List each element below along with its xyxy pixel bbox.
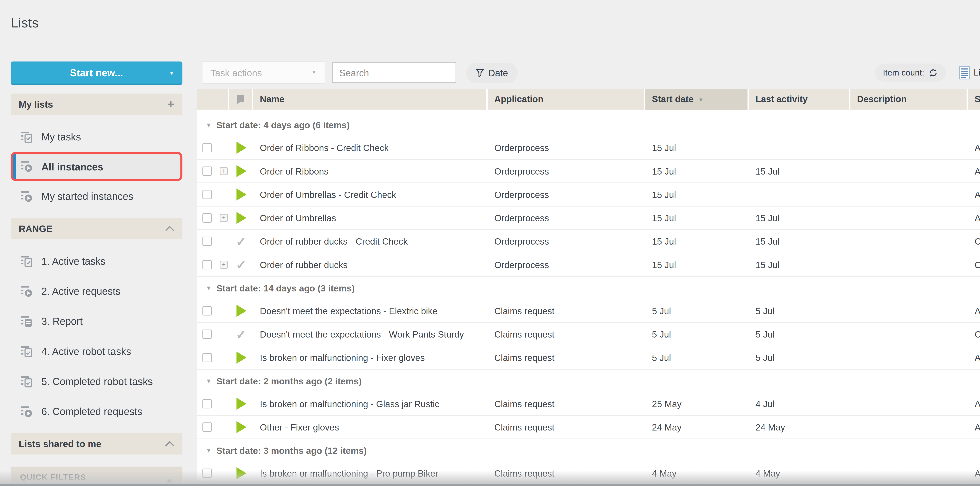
list-actions-button[interactable]: List actions ▼ [955, 65, 980, 80]
row-start-date: 15 Jul [645, 143, 749, 153]
row-checkbox[interactable] [202, 306, 212, 316]
table-row[interactable]: +✓Order of rubber ducksOrderprocess15 Ju… [197, 253, 980, 277]
header-status[interactable]: Status [968, 89, 980, 110]
expand-icon[interactable]: + [220, 261, 228, 269]
group-header-row[interactable]: ▼Start date: 4 days ago (6 items) [197, 113, 980, 136]
row-last-activity: 24 May [749, 422, 850, 432]
row-checkbox[interactable] [202, 422, 212, 432]
row-checkbox[interactable] [202, 353, 212, 362]
header-name[interactable]: Name [253, 89, 488, 110]
row-application: Claims request [488, 422, 645, 432]
chevron-up-icon[interactable] [165, 226, 175, 231]
row-start-date: 24 May [645, 422, 749, 432]
table-row[interactable]: Is broken or malfunctioning - Fixer glov… [197, 346, 980, 370]
row-checkbox[interactable] [202, 190, 212, 199]
row-checkbox[interactable] [202, 399, 212, 408]
group-collapse-icon[interactable]: ▼ [206, 378, 212, 384]
row-checkbox[interactable] [202, 236, 212, 246]
sidebar-item-2-active-requests[interactable]: 2. Active requests [11, 276, 183, 306]
search-input[interactable] [332, 62, 456, 83]
row-name[interactable]: Order of Umbrellas [253, 213, 488, 223]
table-row[interactable]: Doesn't meet the expectations - Elextric… [197, 300, 980, 323]
sidebar-item-6-completed-requests[interactable]: 6. Completed requests [11, 396, 183, 426]
row-name[interactable]: Order of Umbrellas - Credit Check [253, 190, 488, 199]
header-application[interactable]: Application [488, 89, 645, 110]
row-status: Active [968, 468, 980, 478]
group-header-row[interactable]: ▼Start date: 2 months ago (2 items) [197, 370, 980, 392]
active-play-icon [236, 212, 246, 224]
table-row[interactable]: Other - Fixer glovesClaims request24 May… [197, 416, 980, 439]
header-description[interactable]: Description [850, 89, 968, 110]
row-checkbox[interactable] [202, 330, 212, 339]
add-list-icon[interactable]: + [167, 98, 175, 110]
table-row[interactable]: Is broken or malfunctioning - Glass jar … [197, 392, 980, 416]
group-collapse-icon[interactable]: ▼ [206, 285, 212, 292]
chevron-up-icon[interactable] [165, 441, 175, 446]
sidebar-section-header[interactable]: My lists+ [11, 94, 183, 115]
active-play-icon [236, 188, 246, 201]
sidebar: Start new... ▼ My lists+My tasksAll inst… [11, 46, 183, 486]
row-name[interactable]: Is broken or malfunctioning - Fixer glov… [253, 353, 488, 363]
row-name[interactable]: Order of Ribbons [253, 166, 488, 176]
start-new-button[interactable]: Start new... ▼ [11, 62, 183, 85]
sidebar-section-title: RANGE [19, 223, 52, 234]
row-name[interactable]: Is broken or malfunctioning - Pro pump B… [253, 468, 488, 478]
row-name[interactable]: Order of rubber ducks - Credit Check [253, 236, 488, 246]
sidebar-section-header[interactable]: Lists shared to me [11, 433, 183, 454]
sidebar-item-1-active-tasks[interactable]: 1. Active tasks [11, 246, 183, 276]
row-name[interactable]: Other - Fixer gloves [253, 422, 488, 432]
instances-table: Name Application Start date ▼ Last activ… [197, 89, 980, 481]
sidebar-section-items: 1. Active tasks2. Active requests3. Repo… [11, 246, 183, 426]
header-select-column [197, 89, 229, 110]
date-filter-button[interactable]: Date [466, 62, 517, 83]
group-header-row[interactable]: ▼Start date: 3 months ago (12 items) [197, 439, 980, 462]
top-bar: Lists ? [0, 0, 980, 46]
sidebar-item-my-started-instances[interactable]: My started instances [11, 181, 183, 211]
row-name[interactable]: Order of rubber ducks [253, 260, 488, 270]
item-count-button[interactable]: Item count: [875, 64, 946, 81]
sidebar-section: RANGE1. Active tasks2. Active requests3.… [11, 218, 183, 426]
sidebar-item-5-completed-robot-tasks[interactable]: 5. Completed robot tasks [11, 366, 183, 396]
table-row[interactable]: ✓Order of rubber ducks - Credit CheckOrd… [197, 230, 980, 253]
row-checkbox[interactable] [202, 468, 212, 478]
group-collapse-icon[interactable]: ▼ [206, 447, 212, 454]
table-row[interactable]: Order of Umbrellas - Credit CheckOrderpr… [197, 183, 980, 207]
sidebar-item-label: 2. Active requests [41, 285, 121, 297]
row-last-activity: 4 May [749, 468, 850, 478]
header-last-activity[interactable]: Last activity [749, 89, 850, 110]
table-row[interactable]: +Order of UmbrellasOrderprocess15 Jul15 … [197, 207, 980, 230]
sidebar-item-all-instances[interactable]: All instances [11, 152, 183, 181]
row-status: Completed [968, 329, 980, 339]
sidebar-sections: My lists+My tasksAll instancesMy started… [11, 94, 183, 454]
completed-check-icon: ✓ [236, 235, 247, 248]
row-checkbox[interactable] [202, 260, 212, 269]
sidebar-item-3-report[interactable]: 3. Report [11, 306, 183, 336]
row-name[interactable]: Order of Ribbons - Credit Check [253, 143, 488, 153]
group-header-row[interactable]: ▼Start date: 14 days ago (3 items) [197, 277, 980, 300]
date-filter-label: Date [488, 67, 508, 78]
task-actions-dropdown[interactable]: Task actions ▼ [202, 62, 325, 84]
row-status: Active [968, 422, 980, 432]
sidebar-item-my-tasks[interactable]: My tasks [11, 122, 183, 151]
expand-icon[interactable]: + [220, 167, 228, 175]
table-row[interactable]: +Order of RibbonsOrderprocess15 Jul15 Ju… [197, 160, 980, 183]
active-play-icon [236, 398, 246, 410]
quick-filters-bar[interactable]: QUICK FILTERS [11, 467, 183, 486]
row-checkbox[interactable] [202, 167, 212, 176]
expand-icon[interactable]: + [220, 214, 228, 222]
row-checkbox[interactable] [202, 143, 212, 152]
sidebar-item-label: My tasks [41, 131, 81, 142]
sidebar-item-4-active-robot-tasks[interactable]: 4. Active robot tasks [11, 336, 183, 366]
row-status: Active [968, 306, 980, 316]
table-row[interactable]: Order of Ribbons - Credit CheckOrderproc… [197, 136, 980, 159]
table-row[interactable]: Is broken or malfunctioning - Pro pump B… [197, 462, 980, 481]
row-last-activity: 5 Jul [749, 306, 850, 316]
row-name[interactable]: Doesn't meet the expectations - Elextric… [253, 306, 488, 316]
group-collapse-icon[interactable]: ▼ [206, 122, 212, 128]
row-name[interactable]: Doesn't meet the expectations - Work Pan… [253, 329, 488, 339]
header-start-date[interactable]: Start date ▼ [645, 89, 749, 110]
row-name[interactable]: Is broken or malfunctioning - Glass jar … [253, 399, 488, 409]
sidebar-section-header[interactable]: RANGE [11, 218, 183, 239]
row-checkbox[interactable] [202, 213, 212, 223]
table-row[interactable]: ✓Doesn't meet the expectations - Work Pa… [197, 323, 980, 346]
